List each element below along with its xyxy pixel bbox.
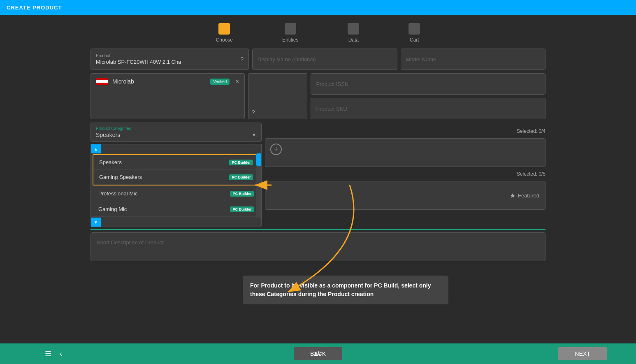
bottom-left: ☰ ‹: [0, 343, 107, 364]
scroll-up-button[interactable]: ▲: [91, 144, 101, 153]
step-box-choose: [218, 23, 230, 35]
star-icon: ★: [510, 192, 515, 199]
top-bar: CREATE PRODUCT: [0, 0, 636, 15]
dropdown-item-name-gaming-speakers: Gaming Speakers: [99, 174, 142, 180]
step-entities[interactable]: Entities: [282, 23, 298, 43]
row-1: Product Microlab SP-FC20WH 40W 2.1 Cha ?…: [91, 49, 545, 70]
brand-flag: [96, 78, 108, 85]
dropdown-item-gaming-mic[interactable]: Gaming Mic PC Builder: [93, 202, 260, 217]
verified-badge: Verified: [210, 79, 230, 85]
scrollbar-track: [256, 153, 261, 218]
dropdown-item-name-professional-mic: Professional Mic: [98, 190, 137, 197]
categories-section: Product Categories Speakers ▼ ▲ Speakers: [91, 123, 545, 210]
stepper: Choose Entities Data Cart: [0, 15, 636, 49]
step-label-cart: Cart: [410, 37, 419, 43]
product-field[interactable]: Product Microlab SP-FC20WH 40W 2.1 Cha ?: [91, 49, 249, 70]
dropdown-list: ▲ Speakers PC Builder Gaming Speakers PC…: [91, 144, 262, 227]
product-help-icon[interactable]: ?: [240, 56, 244, 63]
main-content: Product Microlab SP-FC20WH 40W 2.1 Cha ?…: [0, 49, 636, 261]
short-description-field[interactable]: Short Description of Product: [91, 232, 545, 261]
close-brand-button[interactable]: ×: [235, 78, 239, 85]
pc-builder-tag-gaming-mic: PC Builder: [230, 206, 254, 212]
product-sku-placeholder: Product SKU: [316, 106, 540, 112]
page-title: CREATE PRODUCT: [7, 5, 62, 11]
bottom-bar: ☰ ‹ BACK 1/4 NEXT: [0, 343, 636, 364]
step-cart[interactable]: Cart: [409, 23, 420, 43]
step-choose[interactable]: Choose: [216, 23, 233, 43]
chevron-down-icon: ▼: [252, 132, 257, 138]
model-name-placeholder: Model Name: [406, 56, 540, 63]
step-label-data: Data: [348, 37, 359, 43]
display-name-placeholder: Display Name (Optional): [258, 56, 392, 63]
tooltip-text: For Product to be visible as a component…: [250, 282, 431, 297]
featured-area: ★ Featured: [265, 181, 545, 210]
brand-name: Microlab: [112, 78, 206, 85]
pc-builder-tag-gaming-speakers: PC Builder: [229, 174, 253, 180]
categories-dropdown[interactable]: Product Categories Speakers ▼: [91, 123, 262, 142]
product-label: Product: [96, 53, 238, 58]
dropdown-item-speakers[interactable]: Speakers PC Builder: [93, 155, 259, 170]
dropdown-item-gaming-speakers[interactable]: Gaming Speakers PC Builder: [93, 170, 259, 185]
product-issn-field[interactable]: Product ISSN: [311, 73, 545, 95]
brand-row: Microlab Verified × ? Product ISSN Produ…: [91, 73, 545, 119]
product-sku-field[interactable]: Product SKU: [311, 98, 545, 119]
tag-area-1: +: [265, 138, 545, 167]
product-issn-placeholder: Product ISSN: [316, 81, 540, 87]
right-fields: Product ISSN Product SKU: [311, 73, 545, 119]
selected-info-1: Selected: 0/4: [265, 127, 545, 136]
step-box-cart: [409, 23, 420, 35]
display-name-field[interactable]: Display Name (Optional): [252, 49, 397, 70]
categories-right: Selected: 0/4 + Selected: 0/5 ★ Featured: [265, 123, 545, 210]
pc-builder-tag-professional-mic: PC Builder: [230, 191, 254, 197]
dropdown-item-name-gaming-mic: Gaming Mic: [98, 206, 127, 212]
bottom-right: NEXT: [529, 347, 636, 360]
page-indicator: 1/4: [314, 350, 322, 357]
step-label-choose: Choose: [216, 37, 233, 43]
next-button[interactable]: NEXT: [558, 347, 606, 360]
categories-label: Product Categories: [96, 126, 256, 131]
brand-box: Microlab Verified ×: [91, 73, 245, 119]
product-value: Microlab SP-FC20WH 40W 2.1 Cha: [96, 59, 238, 65]
step-box-entities: [285, 23, 296, 35]
categories-left: Product Categories Speakers ▼ ▲ Speakers: [91, 123, 262, 210]
dropdown-item-professional-mic[interactable]: Professional Mic PC Builder: [93, 186, 260, 201]
dropdown-item-name-speakers: Speakers: [99, 159, 122, 165]
scroll-down-button[interactable]: ▼: [91, 218, 101, 227]
selected-info-2: Selected: 0/5: [265, 169, 545, 179]
highlighted-group: Speakers PC Builder Gaming Speakers PC B…: [93, 154, 260, 185]
pc-builder-tag-speakers: PC Builder: [229, 160, 253, 165]
categories-value: Speakers: [96, 132, 120, 138]
brand-section-help-icon[interactable]: ?: [252, 109, 255, 116]
step-data[interactable]: Data: [348, 23, 359, 43]
featured-label: Featured: [518, 192, 539, 199]
step-label-entities: Entities: [282, 37, 298, 43]
categories-value-row: Speakers ▼: [96, 132, 256, 138]
dropdown-items: Speakers PC Builder Gaming Speakers PC B…: [91, 153, 261, 218]
scrollbar-thumb: [256, 153, 261, 166]
brand-item: Microlab Verified ×: [96, 78, 239, 85]
add-category-button[interactable]: +: [270, 144, 282, 155]
back-chevron-icon[interactable]: ‹: [60, 350, 62, 358]
hamburger-menu-icon[interactable]: ☰: [45, 349, 51, 358]
model-name-field[interactable]: Model Name: [401, 49, 545, 70]
tooltip-box: For Product to be visible as a component…: [243, 276, 448, 304]
step-box-data: [348, 23, 359, 35]
